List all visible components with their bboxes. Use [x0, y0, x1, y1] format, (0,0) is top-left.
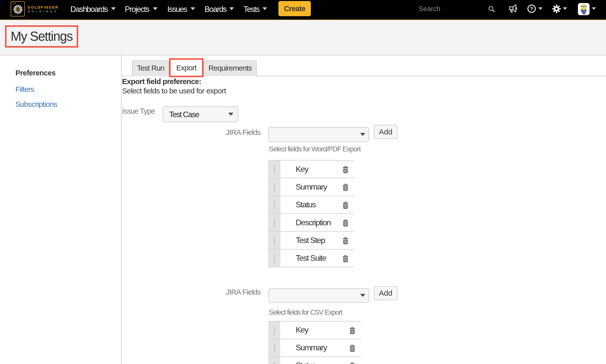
svg-text:Gf: Gf: [16, 7, 20, 11]
svg-text:?: ?: [530, 6, 533, 12]
